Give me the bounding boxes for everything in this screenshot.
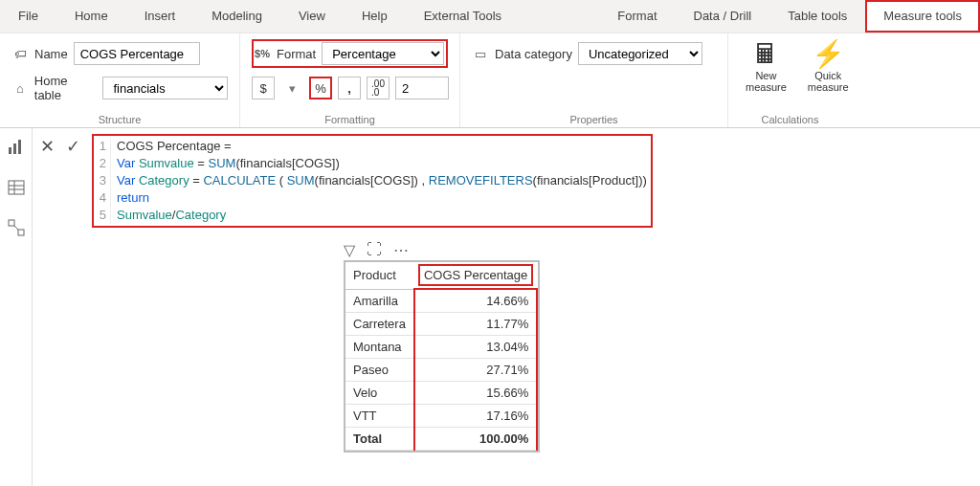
group-calculations: 🖩 New measure ⚡ Quick measure Calculatio… bbox=[727, 33, 852, 127]
col-header-product[interactable]: Product bbox=[345, 262, 414, 289]
ribbon-body: 🏷 Name ⌂ Home table financials Structure… bbox=[0, 33, 980, 128]
model-view-button[interactable] bbox=[5, 216, 28, 239]
measure-name-input[interactable] bbox=[74, 42, 200, 65]
canvas: ✕ ✓ 1COGS Percentage = 2Var Sumvalue = S… bbox=[33, 128, 980, 486]
table-icon bbox=[7, 178, 26, 197]
currency-chevron-icon[interactable]: ▾ bbox=[280, 77, 303, 99]
group-structure: 🏷 Name ⌂ Home table financials Structure bbox=[0, 33, 239, 127]
tab-file[interactable]: File bbox=[0, 0, 56, 33]
format-label: Format bbox=[277, 47, 316, 61]
group-label-properties: Properties bbox=[460, 114, 727, 125]
group-formatting: $% Format Percentage $ ▾ % , .00.0 Forma… bbox=[239, 33, 459, 127]
tab-home[interactable]: Home bbox=[56, 0, 126, 33]
quick-measure-button[interactable]: ⚡ Quick measure bbox=[802, 39, 855, 95]
hometable-label: Home table bbox=[34, 74, 98, 102]
calculator-icon: 🖩 bbox=[752, 41, 779, 68]
thousands-button[interactable]: , bbox=[338, 77, 361, 99]
group-label-calculations: Calculations bbox=[728, 114, 852, 125]
tag-icon: 🏷 bbox=[11, 45, 29, 62]
tab-format[interactable]: Format bbox=[599, 0, 675, 33]
group-label-formatting: Formatting bbox=[240, 114, 459, 125]
bar-chart-icon bbox=[7, 138, 26, 157]
model-icon bbox=[7, 218, 26, 237]
new-measure-button[interactable]: 🖩 New measure bbox=[740, 39, 792, 95]
datacategory-label: Data category bbox=[495, 47, 572, 61]
name-label: Name bbox=[34, 47, 68, 61]
tab-view[interactable]: View bbox=[280, 0, 344, 33]
tab-external-tools[interactable]: External Tools bbox=[406, 0, 520, 33]
category-icon: ▭ bbox=[472, 45, 489, 62]
svg-rect-3 bbox=[9, 181, 24, 194]
view-rail bbox=[0, 128, 33, 486]
tab-measure-tools[interactable]: Measure tools bbox=[865, 0, 980, 33]
more-options-icon[interactable]: ⋯ bbox=[393, 241, 409, 259]
filter-icon[interactable]: ▽ bbox=[344, 241, 355, 259]
data-category-select[interactable]: Uncategorized bbox=[578, 42, 702, 65]
home-icon: ⌂ bbox=[11, 79, 29, 97]
report-view-button[interactable] bbox=[5, 136, 28, 159]
formula-cancel-button[interactable]: ✕ bbox=[40, 136, 55, 157]
tab-insert[interactable]: Insert bbox=[126, 0, 194, 33]
format-icon: $% bbox=[254, 45, 271, 62]
svg-rect-8 bbox=[18, 230, 24, 235]
table-row: Montana13.04% bbox=[345, 336, 537, 359]
svg-rect-7 bbox=[9, 220, 14, 226]
formula-bar: ✕ ✓ 1COGS Percentage = 2Var Sumvalue = S… bbox=[33, 128, 980, 232]
decimal-toggle-button[interactable]: .00.0 bbox=[367, 77, 390, 99]
home-table-select[interactable]: financials bbox=[102, 77, 228, 99]
quick-measure-icon: ⚡ bbox=[812, 41, 845, 68]
col-header-cogs-percentage[interactable]: COGS Percentage bbox=[414, 262, 537, 289]
percent-button[interactable]: % bbox=[309, 77, 332, 99]
table-total-row: Total100.00% bbox=[345, 428, 537, 451]
table-row: Carretera11.77% bbox=[345, 313, 537, 336]
visual-header-toolbar: ▽ ⛶ ⋯ bbox=[344, 241, 409, 259]
format-select[interactable]: Percentage bbox=[322, 42, 444, 65]
data-view-button[interactable] bbox=[5, 176, 28, 199]
table-row: VTT17.16% bbox=[345, 405, 537, 428]
group-label-structure: Structure bbox=[0, 114, 239, 125]
tab-table-tools[interactable]: Table tools bbox=[769, 0, 865, 33]
decimals-input[interactable] bbox=[395, 77, 449, 99]
table-row: Velo15.66% bbox=[345, 382, 537, 405]
formula-commit-button[interactable]: ✓ bbox=[66, 136, 80, 157]
tab-help[interactable]: Help bbox=[344, 0, 406, 33]
svg-rect-0 bbox=[9, 147, 11, 154]
svg-line-9 bbox=[14, 226, 18, 230]
table-visual[interactable]: Product COGS Percentage Amarilla14.66% C… bbox=[344, 260, 540, 453]
tab-data-drill[interactable]: Data / Drill bbox=[676, 0, 770, 33]
svg-rect-1 bbox=[13, 144, 16, 154]
group-properties: ▭ Data category Uncategorized Properties bbox=[459, 33, 727, 127]
tab-modeling[interactable]: Modeling bbox=[193, 0, 280, 33]
workspace: ✕ ✓ 1COGS Percentage = 2Var Sumvalue = S… bbox=[0, 128, 980, 486]
currency-button[interactable]: $ bbox=[252, 77, 275, 99]
svg-rect-2 bbox=[18, 140, 21, 154]
ribbon-tabs: File Home Insert Modeling View Help Exte… bbox=[0, 0, 980, 33]
table-row: Paseo27.71% bbox=[345, 359, 537, 382]
formula-editor[interactable]: 1COGS Percentage = 2Var Sumvalue = SUM(f… bbox=[92, 134, 653, 228]
focus-mode-icon[interactable]: ⛶ bbox=[367, 241, 382, 259]
table-row: Amarilla14.66% bbox=[345, 289, 537, 313]
